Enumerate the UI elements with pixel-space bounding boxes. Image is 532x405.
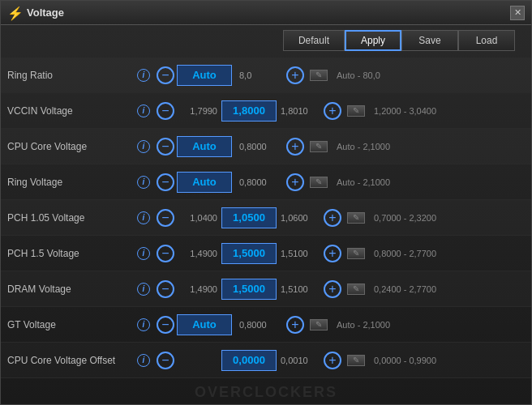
increment-button[interactable]: +	[286, 173, 304, 191]
value-display: 1,5000	[221, 243, 277, 264]
decrement-button[interactable]: −	[157, 66, 174, 84]
row-label: CPU Core Voltage	[7, 141, 137, 152]
row-label: PCH 1.05 Voltage	[7, 212, 137, 224]
row-label: GT Voltage	[7, 319, 137, 330]
info-button[interactable]: i	[137, 176, 150, 189]
pencil-icon: ✎	[353, 356, 359, 364]
increment-button[interactable]: +	[324, 245, 341, 262]
table-row: PCH 1.05 Voltage i − 1,0400 1,0500 1,060…	[1, 200, 531, 236]
range-text: 0,2400 - 2,7700	[374, 284, 436, 294]
info-button[interactable]: i	[137, 104, 150, 117]
increment-button[interactable]: +	[324, 280, 341, 298]
row-label: Ring Ratio	[7, 70, 137, 81]
apply-button[interactable]: Apply	[345, 30, 401, 51]
save-button[interactable]: Save	[401, 30, 458, 51]
info-button[interactable]: i	[137, 247, 150, 260]
controls: − Auto 0,8000 + ✎ Auto - 2,1000	[157, 172, 525, 193]
value-display: Auto	[177, 172, 232, 193]
edit-button[interactable]: ✎	[347, 284, 365, 295]
table-row: Ring Voltage i − Auto 0,8000 + ✎ Auto - …	[1, 164, 531, 200]
decrement-button[interactable]: −	[157, 102, 174, 120]
pencil-icon: ✎	[353, 284, 359, 293]
edit-button[interactable]: ✎	[347, 105, 365, 117]
inc-value: 1,8010	[281, 106, 321, 116]
decrement-button[interactable]: −	[157, 316, 174, 334]
table-row: CPU Core Voltage i − Auto 0,8000 + ✎ Aut…	[1, 129, 531, 164]
title-bar: ⚡ Voltage ✕	[1, 1, 531, 25]
range-text: Auto - 2,1000	[337, 320, 390, 330]
close-button[interactable]: ✕	[510, 6, 525, 20]
voltage-rows-container: Ring Ratio i − Auto 8,0 + ✎ Auto - 80,0 …	[1, 54, 531, 404]
decrement-button[interactable]: −	[157, 173, 174, 191]
range-text: Auto - 2,1000	[337, 177, 390, 187]
value-display: Auto	[177, 314, 232, 335]
pencil-icon: ✎	[353, 106, 359, 115]
range-text: Auto - 2,1000	[337, 142, 390, 151]
controls: − 1,0400 1,0500 1,0600 + ✎ 0,7000 - 2,32…	[157, 207, 525, 228]
row-label: CPU Core Voltage Offset	[7, 355, 137, 366]
pencil-icon: ✎	[315, 142, 322, 151]
range-text: 0,8000 - 2,7700	[374, 249, 436, 258]
table-row: GT Voltage i − Auto 0,8000 + ✎ Auto - 2,…	[1, 307, 531, 343]
inc-value: 1,5100	[281, 249, 321, 258]
edit-button[interactable]: ✎	[347, 355, 365, 366]
table-row: DRAM Voltage i − 1,4900 1,5000 1,5100 + …	[1, 271, 531, 307]
info-button[interactable]: i	[137, 140, 150, 153]
pencil-icon: ✎	[353, 213, 359, 222]
edit-button[interactable]: ✎	[347, 248, 365, 259]
inc-value: 0,0010	[281, 356, 321, 365]
increment-button[interactable]: +	[286, 316, 304, 334]
value-display: 1,0500	[221, 207, 277, 228]
info-button[interactable]: i	[137, 354, 150, 367]
decrement-button[interactable]: −	[157, 209, 174, 227]
decrement-button[interactable]: −	[157, 352, 174, 369]
increment-button[interactable]: +	[286, 66, 304, 84]
edit-button[interactable]: ✎	[310, 319, 328, 330]
info-button[interactable]: i	[137, 318, 150, 331]
row-label: PCH 1.5 Voltage	[7, 248, 137, 259]
controls: − Auto 0,8000 + ✎ Auto - 2,1000	[157, 314, 525, 335]
table-row: Ring Ratio i − Auto 8,0 + ✎ Auto - 80,0	[1, 58, 531, 93]
decrement-button[interactable]: −	[157, 138, 174, 156]
range-text: 0,7000 - 2,3200	[374, 213, 436, 223]
value-display: 1,8000	[221, 100, 277, 122]
edit-button[interactable]: ✎	[347, 212, 365, 224]
inc-value: 1,5100	[281, 284, 321, 294]
increment-button[interactable]: +	[324, 209, 341, 227]
row-label: Ring Voltage	[7, 177, 137, 188]
edit-button[interactable]: ✎	[310, 70, 328, 81]
controls: − Auto 0,8000 + ✎ Auto - 2,1000	[157, 136, 525, 157]
side-value: 0,8000	[239, 177, 284, 187]
increment-button[interactable]: +	[286, 138, 304, 156]
edit-button[interactable]: ✎	[310, 141, 328, 152]
window-title: Voltage	[27, 6, 510, 19]
lightning-icon: ⚡	[7, 6, 22, 20]
pencil-icon: ✎	[315, 177, 322, 186]
side-value: 0,8000	[239, 142, 284, 151]
decrement-button[interactable]: −	[157, 280, 174, 298]
dec-value: 1,4900	[177, 284, 217, 294]
inc-value: 1,0600	[281, 213, 321, 223]
decrement-button[interactable]: −	[157, 245, 174, 262]
pencil-icon: ✎	[315, 320, 322, 329]
controls: − 1,7990 1,8000 1,8010 + ✎ 1,2000 - 3,04…	[157, 100, 525, 122]
controls: − 1,4900 1,5000 1,5100 + ✎ 0,2400 - 2,77…	[157, 279, 525, 300]
info-button[interactable]: i	[137, 211, 150, 224]
default-button[interactable]: Default	[283, 30, 345, 51]
value-display: 0,0000	[221, 350, 277, 371]
value-display: Auto	[177, 65, 232, 86]
edit-button[interactable]: ✎	[310, 177, 328, 188]
info-button[interactable]: i	[137, 283, 150, 296]
increment-button[interactable]: +	[324, 102, 341, 120]
value-display: Auto	[177, 136, 232, 157]
range-text: 1,2000 - 3,0400	[374, 106, 436, 116]
controls: − Auto 8,0 + ✎ Auto - 80,0	[157, 65, 525, 86]
load-button[interactable]: Load	[458, 30, 515, 51]
dec-value: 1,4900	[177, 249, 217, 258]
pencil-icon: ✎	[315, 70, 322, 79]
voltage-window: ⚡ Voltage ✕ Default Apply Save Load Ring…	[0, 0, 532, 405]
dec-value: 1,0400	[177, 213, 217, 223]
info-button[interactable]: i	[137, 69, 150, 82]
increment-button[interactable]: +	[324, 352, 341, 369]
side-value: 0,8000	[239, 320, 284, 330]
